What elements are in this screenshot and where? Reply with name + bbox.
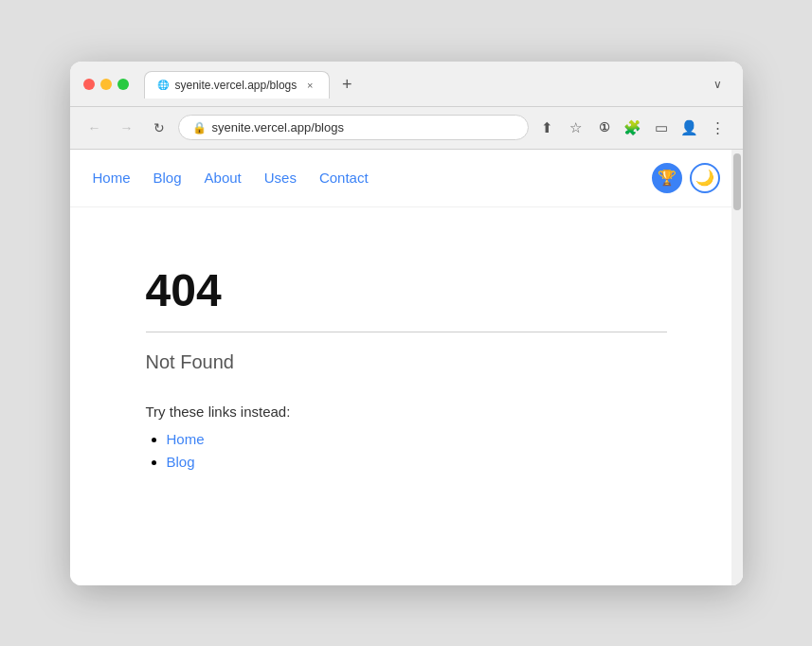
extensions-button[interactable]: 🧩 xyxy=(620,115,646,141)
password-icon: ① xyxy=(599,120,610,135)
profile-button[interactable]: 👤 xyxy=(677,115,703,141)
trophy-button[interactable]: 🏆 xyxy=(652,163,682,193)
bookmark-icon: ☆ xyxy=(569,119,582,136)
error-link-blog[interactable]: Blog xyxy=(167,454,195,470)
page-content: Home Blog About Uses Contact 🏆 🌙 xyxy=(70,150,743,585)
nav-icons: 🏆 🌙 xyxy=(652,163,720,193)
browser-body: Home Blog About Uses Contact 🏆 🌙 xyxy=(70,150,743,585)
list-item: Blog xyxy=(167,454,667,471)
scrollbar-thumb[interactable] xyxy=(733,153,741,210)
forward-icon: → xyxy=(120,120,134,135)
bookmark-button[interactable]: ☆ xyxy=(563,115,589,141)
error-message: Not Found xyxy=(146,351,667,373)
new-tab-button[interactable]: + xyxy=(334,71,360,98)
traffic-lights xyxy=(83,79,129,90)
toolbar-icons: ⬆ ☆ ① 🧩 ▭ 👤 ⋮ xyxy=(534,115,731,141)
scrollbar[interactable] xyxy=(731,150,743,585)
sidebar-button[interactable]: ▭ xyxy=(648,115,675,141)
title-bar: 🌐 syenite.vercel.app/blogs × + ∨ xyxy=(70,62,743,107)
nav-link-about[interactable]: About xyxy=(205,170,242,186)
site-nav: Home Blog About Uses Contact 🏆 🌙 xyxy=(70,150,743,207)
back-button[interactable]: ← xyxy=(81,115,108,141)
menu-button[interactable]: ⋮ xyxy=(705,115,731,141)
profile-icon: 👤 xyxy=(680,119,698,136)
active-tab[interactable]: 🌐 syenite.vercel.app/blogs × xyxy=(144,71,331,99)
links-list: Home Blog xyxy=(146,431,667,471)
tab-favicon-icon: 🌐 xyxy=(156,79,170,92)
reload-button[interactable]: ↻ xyxy=(146,115,172,141)
address-text: syenite.vercel.app/blogs xyxy=(212,120,344,135)
nav-link-blog[interactable]: Blog xyxy=(153,170,182,186)
sidebar-icon: ▭ xyxy=(655,119,668,136)
error-code: 404 xyxy=(146,264,667,316)
nav-link-home[interactable]: Home xyxy=(93,170,131,186)
try-links-label: Try these links instead: xyxy=(146,404,667,420)
tab-expand-button[interactable]: ∨ xyxy=(707,73,730,96)
error-link-home[interactable]: Home xyxy=(167,431,205,447)
trophy-icon: 🏆 xyxy=(658,169,677,187)
share-icon: ⬆ xyxy=(541,119,553,136)
extensions-icon: 🧩 xyxy=(623,119,641,136)
nav-link-contact[interactable]: Contact xyxy=(319,170,369,186)
maximize-button[interactable] xyxy=(117,79,129,90)
tab-title: syenite.vercel.app/blogs xyxy=(175,79,298,92)
nav-link-uses[interactable]: Uses xyxy=(264,170,297,186)
menu-icon: ⋮ xyxy=(711,119,725,136)
divider xyxy=(146,332,667,332)
reload-icon: ↻ xyxy=(153,120,165,135)
theme-toggle-button[interactable]: 🌙 xyxy=(690,163,720,193)
tabs-row: 🌐 syenite.vercel.app/blogs × + ∨ xyxy=(144,71,730,99)
password-manager-button[interactable]: ① xyxy=(591,115,618,141)
lock-icon: 🔒 xyxy=(192,121,207,135)
minimize-button[interactable] xyxy=(100,79,112,90)
list-item: Home xyxy=(167,431,667,448)
back-icon: ← xyxy=(88,120,101,135)
moon-icon: 🌙 xyxy=(695,169,714,187)
share-button[interactable]: ⬆ xyxy=(534,115,561,141)
address-bar-row: ← → ↻ 🔒 syenite.vercel.app/blogs ⬆ ☆ ① 🧩 xyxy=(70,107,743,150)
address-bar[interactable]: 🔒 syenite.vercel.app/blogs xyxy=(178,115,529,140)
page-area: Home Blog About Uses Contact 🏆 🌙 xyxy=(70,150,743,585)
error-content: 404 Not Found Try these links instead: H… xyxy=(70,207,743,509)
tab-close-button[interactable]: × xyxy=(302,78,317,93)
browser-window: 🌐 syenite.vercel.app/blogs × + ∨ ← → ↻ 🔒… xyxy=(70,62,743,585)
forward-button[interactable]: → xyxy=(114,115,140,141)
close-button[interactable] xyxy=(83,79,95,90)
